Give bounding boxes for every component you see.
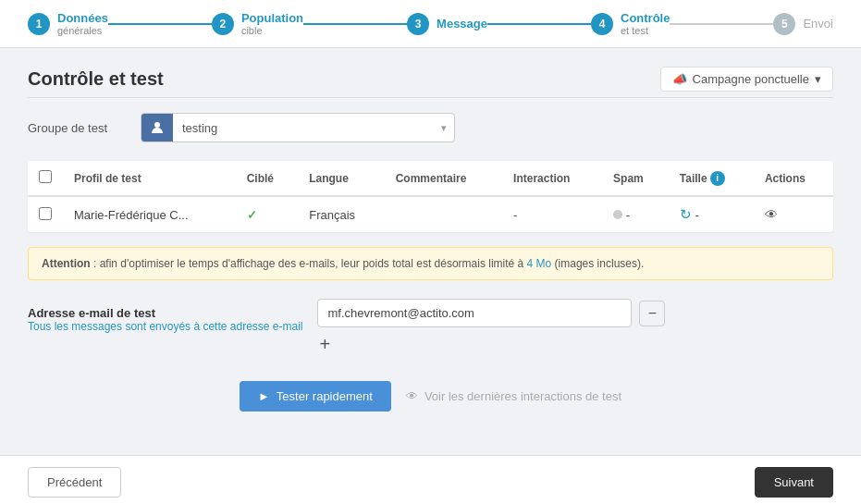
row-cible: ✓ (236, 196, 299, 232)
header-divider (28, 97, 833, 98)
row-commentaire (385, 196, 502, 232)
action-row: ► Tester rapidement 👁 Voir les dernières… (28, 381, 833, 412)
col-interaction: Interaction (502, 161, 602, 196)
prev-button[interactable]: Précédent (28, 467, 121, 498)
email-label-title: Adresse e-mail de test (28, 306, 302, 320)
groupe-test-input[interactable] (173, 115, 434, 141)
remove-email-button[interactable]: − (639, 301, 665, 326)
select-all-checkbox[interactable] (39, 170, 52, 183)
campaign-badge[interactable]: 📣 Campagne ponctuelle ▾ (660, 67, 833, 92)
attention-text: : afin d'optimiser le temps d'affichage … (93, 257, 527, 270)
email-input[interactable] (317, 299, 632, 327)
step-5-label: Envoi (803, 17, 833, 31)
table-row: Marie-Frédérique C... ✓ Français - - ↻ -… (28, 196, 833, 232)
step-5-circle: 5 (773, 13, 795, 35)
main-content: Contrôle et test 📣 Campagne ponctuelle ▾… (0, 48, 861, 455)
test-button[interactable]: ► Tester rapidement (240, 381, 391, 412)
email-form-row: Adresse e-mail de test Tous les messages… (28, 299, 833, 353)
groupe-test-label: Groupe de test (28, 121, 129, 135)
refresh-icon[interactable]: ↻ (680, 206, 692, 222)
email-inputs-wrapper: − + (317, 299, 665, 353)
eye-icon[interactable]: 👁 (765, 207, 778, 222)
row-checkbox-cell (28, 196, 63, 232)
step-2-label: Population cible (241, 11, 303, 36)
checkmark-icon: ✓ (247, 208, 257, 222)
step-1-circle: 1 (28, 13, 50, 35)
chevron-down-icon: ▾ (815, 72, 821, 86)
row-taille: ↻ - (669, 196, 754, 232)
view-interactions-button[interactable]: 👁 Voir les dernières interactions de tes… (406, 389, 621, 403)
col-profil: Profil de test (63, 161, 236, 196)
step-3-label: Message (437, 17, 487, 31)
profile-table: Profil de test Ciblé Langue Commentaire … (28, 161, 833, 232)
groupe-test-select[interactable]: ▾ (141, 113, 455, 142)
row-profil: Marie-Frédérique C... (63, 196, 236, 232)
col-commentaire: Commentaire (385, 161, 502, 196)
groupe-test-row: Groupe de test ▾ (28, 113, 833, 142)
send-icon: ► (258, 389, 270, 403)
add-email-button[interactable]: + (319, 335, 330, 353)
attention-box: Attention : afin d'optimiser le temps d'… (28, 247, 833, 280)
step-4[interactable]: 4 Contrôle et test (591, 11, 670, 36)
col-actions: Actions (754, 161, 833, 196)
step-1-label: Données générales (57, 11, 108, 36)
row-langue: Français (298, 196, 384, 232)
step-3-circle: 3 (407, 13, 429, 35)
step-1[interactable]: 1 Données générales (28, 11, 108, 36)
view-button-label: Voir les dernières interactions de test (424, 389, 621, 403)
page-header: Contrôle et test 📣 Campagne ponctuelle ▾ (28, 67, 833, 92)
spam-dot-icon (613, 210, 622, 219)
megaphone-icon: 📣 (672, 72, 687, 86)
next-button[interactable]: Suivant (755, 467, 833, 498)
user-icon (141, 114, 173, 141)
footer: Précédent Suivant (0, 455, 861, 504)
test-button-label: Tester rapidement (277, 389, 373, 403)
svg-point-0 (154, 122, 160, 128)
step-3[interactable]: 3 Message (407, 13, 487, 35)
email-row: − (317, 299, 665, 327)
info-icon: i (710, 171, 725, 186)
step-2[interactable]: 2 Population cible (212, 11, 303, 36)
row-actions: 👁 (754, 196, 833, 232)
step-4-label: Contrôle et test (621, 11, 670, 36)
row-checkbox[interactable] (39, 207, 52, 220)
col-checkbox (28, 161, 63, 196)
chevron-down-icon: ▾ (434, 116, 454, 141)
email-section: Adresse e-mail de test Tous les messages… (28, 299, 833, 353)
eye-interactions-icon: 👁 (406, 389, 418, 403)
connector-2-3 (303, 23, 407, 25)
email-label-block: Adresse e-mail de test Tous les messages… (28, 299, 302, 333)
col-spam: Spam (602, 161, 669, 196)
connector-4-5 (670, 23, 773, 25)
connector-1-2 (108, 23, 212, 25)
attention-prefix: Attention (42, 257, 91, 270)
attention-highlight: 4 Mo (527, 257, 552, 270)
step-2-circle: 2 (212, 13, 234, 35)
col-taille: Taille i (669, 161, 754, 196)
row-interaction: - (502, 196, 602, 232)
attention-suffix: (images incluses). (555, 257, 645, 270)
row-spam: - (602, 196, 669, 232)
step-4-circle: 4 (591, 13, 613, 35)
step-5[interactable]: 5 Envoi (773, 13, 833, 35)
campaign-badge-label: Campagne ponctuelle (693, 72, 809, 86)
col-langue: Langue (298, 161, 384, 196)
email-label-sub: Tous les messages sont envoyés à cette a… (28, 320, 302, 333)
col-cible: Ciblé (236, 161, 299, 196)
stepper: 1 Données générales 2 Population cible 3… (0, 0, 861, 48)
connector-3-4 (487, 23, 591, 25)
page-title: Contrôle et test (28, 68, 164, 90)
